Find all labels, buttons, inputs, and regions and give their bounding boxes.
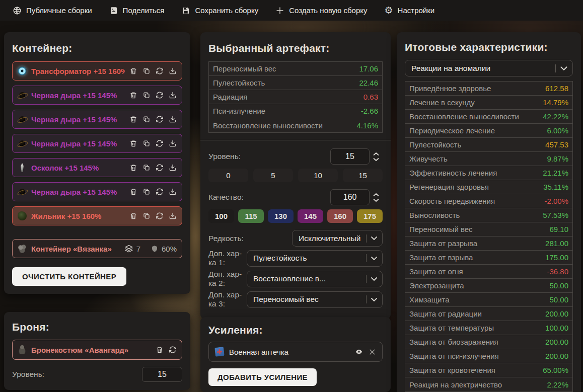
- trash-icon[interactable]: [156, 346, 164, 354]
- stat-label: Лечение в секунду: [409, 98, 543, 107]
- boosts-panel-title: Усиления:: [208, 324, 383, 336]
- refresh-icon[interactable]: [156, 67, 164, 75]
- copy-icon[interactable]: [142, 164, 151, 172]
- stat-label: Пулестойкость: [409, 140, 545, 149]
- quality-label: Качество:: [208, 193, 330, 202]
- copy-icon[interactable]: [142, 188, 151, 196]
- artifact-panel-title: Выбранный артефакт:: [208, 42, 383, 54]
- quality-preset-button[interactable]: 100: [208, 209, 234, 223]
- download-icon[interactable]: [169, 115, 177, 123]
- extra-stat-select[interactable]: Восстановление в...: [247, 271, 383, 287]
- close-icon[interactable]: [369, 348, 376, 356]
- chevron-up-icon[interactable]: [373, 193, 379, 197]
- quality-preset-button[interactable]: 130: [268, 209, 294, 223]
- quality-preset-button[interactable]: 175: [357, 209, 383, 223]
- level-preset-button[interactable]: 15: [343, 169, 383, 182]
- layers-icon: [124, 244, 133, 253]
- artifact-item[interactable]: Трансформатор +15 160%: [12, 61, 182, 81]
- stat-label: Реакция на электричество: [409, 380, 547, 389]
- artifact-item[interactable]: Жильник +15 160%: [12, 206, 182, 225]
- refresh-icon[interactable]: [156, 91, 164, 99]
- artifact-item[interactable]: Черная дыра +15 145%: [12, 134, 182, 153]
- artifact-item[interactable]: Черная дыра +15 145%: [12, 182, 182, 201]
- chevron-down-icon[interactable]: [373, 158, 379, 162]
- armor-level-input[interactable]: 15: [142, 367, 182, 382]
- stat-value: 4.16%: [356, 121, 378, 130]
- level-preset-button[interactable]: 5: [253, 169, 293, 182]
- quality-preset-button[interactable]: 115: [238, 209, 264, 223]
- quality-preset-button[interactable]: 160: [327, 209, 353, 223]
- copy-icon[interactable]: [142, 67, 151, 75]
- extra-stat-select[interactable]: Пулестойкость: [247, 250, 383, 267]
- quality-preset-button[interactable]: 145: [298, 209, 323, 223]
- refresh-icon[interactable]: [156, 139, 164, 147]
- rarity-select[interactable]: Исключительный: [292, 230, 383, 247]
- download-icon[interactable]: [169, 212, 177, 220]
- artifact-icon: [18, 115, 27, 124]
- container-capacity: 7: [136, 245, 140, 253]
- totals-stat-row: Переносимый вес 69.10: [405, 222, 572, 237]
- copy-icon[interactable]: [142, 91, 151, 99]
- refresh-icon[interactable]: [156, 212, 164, 220]
- refresh-icon[interactable]: [169, 346, 177, 354]
- totals-stat-row: Защита от кровотечения 65.00%: [405, 363, 572, 377]
- artifact-item[interactable]: Черная дыра +15 145%: [12, 86, 182, 105]
- chevron-up-icon[interactable]: [373, 152, 379, 156]
- trash-icon[interactable]: [129, 188, 137, 196]
- stat-value: 50.00: [549, 295, 568, 304]
- settings-button[interactable]: ⚙ Настройки: [385, 6, 435, 15]
- boosts-panel: Усиления: Военная аптечка ДОБАВИТЬ УСИЛЕ…: [200, 317, 391, 392]
- copy-icon[interactable]: [142, 212, 151, 220]
- artifact-stats-table: Переносимый вес 17.06 Пулестойкость 22.4…: [208, 61, 383, 133]
- container-item[interactable]: Контейнер «Вязанка» 7 60%: [12, 239, 182, 258]
- trash-icon[interactable]: [129, 67, 137, 75]
- select-separator: [555, 64, 556, 72]
- download-icon[interactable]: [169, 164, 177, 172]
- stat-value: 69.10: [549, 225, 568, 233]
- trash-icon[interactable]: [129, 115, 137, 123]
- download-icon[interactable]: [169, 91, 177, 99]
- armor-level-row: Уровень: 15: [12, 367, 182, 382]
- eye-icon[interactable]: [354, 348, 363, 356]
- artifact-item[interactable]: Осколок +15 145%: [12, 158, 182, 177]
- trash-icon[interactable]: [129, 212, 137, 220]
- refresh-icon[interactable]: [156, 188, 164, 196]
- copy-icon[interactable]: [142, 115, 151, 123]
- artifact-actions: [129, 91, 177, 99]
- level-preset-button[interactable]: 0: [208, 169, 248, 182]
- new-build-button[interactable]: Создать новую сборку: [275, 6, 367, 15]
- boost-item: Военная аптечка: [208, 342, 383, 362]
- extra-stat-value: Восстановление в...: [253, 274, 362, 283]
- share-button[interactable]: Поделиться: [109, 6, 165, 15]
- download-icon[interactable]: [169, 188, 177, 196]
- stat-value: 457.53: [545, 140, 568, 149]
- download-icon[interactable]: [169, 67, 177, 75]
- trash-icon[interactable]: [129, 139, 137, 147]
- settings-label: Настройки: [398, 6, 435, 15]
- app-root: Публичные сборки Поделиться Сохранить сб…: [0, 0, 583, 392]
- download-icon[interactable]: [169, 139, 177, 147]
- artifact-icon: [18, 211, 27, 220]
- extra-stat-select[interactable]: Переносимый вес: [247, 291, 383, 308]
- armor-item[interactable]: Бронекостюм «Авангард»: [12, 340, 182, 360]
- artifact-actions: [129, 139, 177, 147]
- quality-input[interactable]: 160: [330, 189, 370, 205]
- select-separator: [366, 295, 367, 303]
- chevron-down-icon[interactable]: [373, 198, 379, 202]
- refresh-icon[interactable]: [156, 164, 164, 172]
- save-build-button[interactable]: Сохранить сборку: [181, 6, 258, 15]
- level-input[interactable]: 15: [330, 148, 370, 165]
- extra-stats-list: Доп. хар-ка 1: Пулестойкость Доп. хар-ка…: [208, 249, 383, 308]
- clear-container-button[interactable]: ОЧИСТИТЬ КОНТЕЙНЕР: [12, 267, 126, 286]
- artifact-item[interactable]: Черная дыра +15 145%: [12, 110, 182, 129]
- stat-value: 0.63: [363, 93, 378, 101]
- copy-icon[interactable]: [142, 139, 151, 147]
- add-boost-button[interactable]: ДОБАВИТЬ УСИЛЕНИЕ: [208, 368, 317, 386]
- public-builds-button[interactable]: Публичные сборки: [13, 6, 92, 15]
- refresh-icon[interactable]: [156, 115, 164, 123]
- level-preset-button[interactable]: 10: [298, 169, 338, 182]
- anomaly-filter-select[interactable]: Реакции на аномалии: [405, 60, 573, 76]
- trash-icon[interactable]: [129, 91, 137, 99]
- trash-icon[interactable]: [129, 164, 137, 172]
- container-panel-title: Контейнер:: [12, 42, 182, 54]
